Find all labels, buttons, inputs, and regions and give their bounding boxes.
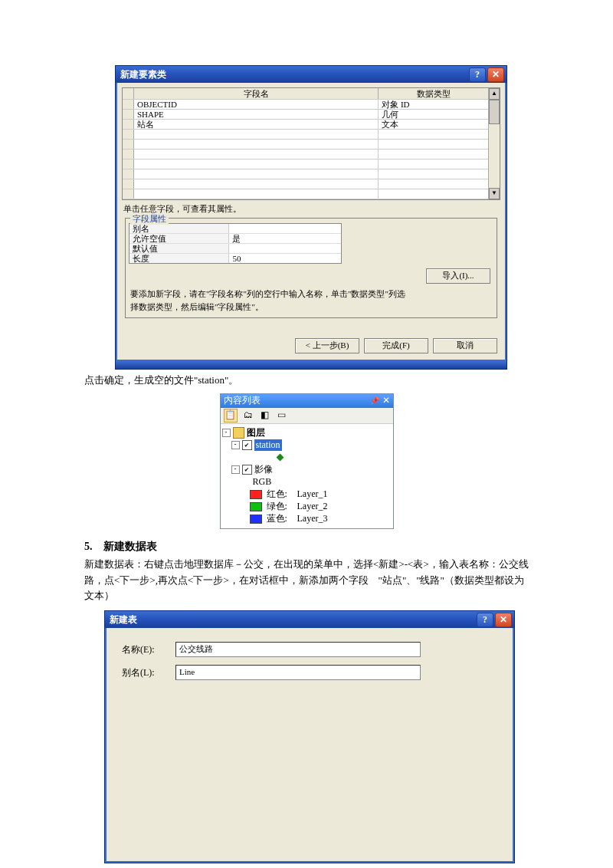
toc-panel: 内容列表 📌 ✕ 📋 🗂 ◧ ▭ - 图层 - ✔ station — [220, 393, 394, 529]
new-table-dialog: 新建表 ? ✕ 名称(E): 公交线路 别名(L): Line — [104, 610, 515, 863]
group-legend: 字段属性 — [130, 213, 169, 225]
table-row[interactable]: OBJECTID对象 ID — [123, 100, 489, 110]
section-5-heading: 5. 新建数据表 — [84, 540, 529, 554]
green-color-icon — [250, 502, 262, 511]
table-row[interactable] — [123, 159, 489, 169]
row-click-hint: 单击任意字段，可查看其属性。 — [123, 203, 500, 215]
layers-icon[interactable]: ◧ — [259, 409, 271, 422]
grid-col-datatype: 数据类型 — [379, 88, 489, 99]
new-feature-class-dialog: 新建要素类 ? ✕ ▲ ▼ 字段名 数据类型 OBJECTID对象 ID SHA… — [115, 65, 507, 370]
layers-root-label[interactable]: 图层 — [247, 426, 265, 439]
table-row[interactable] — [123, 140, 489, 150]
pin-icon[interactable]: 📌 — [370, 396, 379, 405]
image-layer-label[interactable]: 影像 — [254, 463, 273, 476]
red-color-icon — [250, 490, 262, 499]
table-row[interactable]: SHAPE几何 — [123, 110, 489, 120]
alias-label: 别名(L): — [122, 666, 175, 679]
scroll-up-icon[interactable]: ▲ — [489, 88, 500, 100]
section-5-body: 新建数据表：右键点击地理数据库－公交，在出现的菜单中，选择<新建>-<表>，输入… — [84, 557, 529, 604]
scroll-thumb[interactable] — [489, 100, 500, 124]
instruction-line2: 择数据类型，然后编辑"字段属性"。 — [130, 301, 493, 313]
options-icon[interactable]: ▭ — [276, 409, 288, 422]
toc-tree: - 图层 - ✔ station - ✔ 影像 RGB 红色:Layer_1 绿… — [221, 424, 393, 528]
alias-input[interactable]: Line — [175, 665, 421, 680]
prose-after-dialog1: 点击确定，生成空的文件"station"。 — [84, 373, 529, 389]
toc-title: 内容列表 — [224, 394, 261, 407]
toc-toolbar: 📋 🗂 ◧ ▭ — [221, 408, 393, 424]
collapse-icon[interactable]: - — [231, 441, 240, 449]
blue-color-icon — [250, 515, 262, 524]
table-row[interactable] — [123, 179, 489, 189]
field-properties-group: 字段属性 别名 允许空值是 默认值 长度50 导入(I)... 要添加新字段，请… — [125, 218, 497, 318]
table-row[interactable]: 站名文本 — [123, 120, 489, 130]
dialog2-titlebar[interactable]: 新建表 ? ✕ — [105, 611, 514, 628]
image-checkbox[interactable]: ✔ — [242, 465, 252, 475]
layers-root-icon — [233, 427, 244, 439]
table-row[interactable] — [123, 169, 489, 179]
close-icon[interactable]: ✕ — [382, 395, 390, 406]
scroll-down-icon[interactable]: ▼ — [489, 188, 500, 199]
toc-titlebar[interactable]: 内容列表 📌 ✕ — [221, 394, 393, 408]
collapse-icon[interactable]: - — [231, 465, 240, 474]
instruction-line1: 要添加新字段，请在"字段名称"列的空行中输入名称，单击"数据类型"列选 — [130, 288, 493, 300]
collapse-icon[interactable]: - — [222, 429, 231, 437]
table-row[interactable] — [123, 189, 489, 199]
fields-grid[interactable]: ▲ ▼ 字段名 数据类型 OBJECTID对象 ID SHAPE几何 站名文本 — [122, 87, 500, 200]
cancel-button[interactable]: 取消 — [433, 338, 497, 353]
import-button[interactable]: 导入(I)... — [426, 268, 490, 284]
list-by-drawing-icon[interactable]: 📋 — [224, 409, 238, 422]
close-icon[interactable]: ✕ — [495, 613, 512, 627]
grid-col-fieldname: 字段名 — [134, 88, 379, 99]
grid-scrollbar[interactable]: ▲ ▼ — [488, 88, 500, 199]
station-checkbox[interactable]: ✔ — [242, 440, 252, 450]
station-symbol-icon[interactable] — [276, 454, 284, 462]
close-icon[interactable]: ✕ — [487, 67, 504, 82]
help-icon[interactable]: ? — [469, 67, 486, 82]
finish-button[interactable]: 完成(F) — [364, 338, 428, 353]
properties-table[interactable]: 别名 允许空值是 默认值 长度50 — [129, 223, 342, 264]
table-row[interactable] — [123, 150, 489, 159]
dialog1-titlebar[interactable]: 新建要素类 ? ✕ — [116, 66, 506, 83]
station-layer-label[interactable]: station — [254, 439, 282, 451]
dialog1-title: 新建要素类 — [120, 68, 166, 81]
database-icon[interactable]: 🗂 — [242, 409, 254, 422]
name-label: 名称(E): — [122, 643, 175, 656]
dialog2-title: 新建表 — [110, 613, 137, 626]
rgb-label: RGB — [253, 476, 272, 488]
back-button[interactable]: < 上一步(B) — [295, 338, 359, 353]
table-row[interactable] — [123, 130, 489, 140]
help-icon[interactable]: ? — [477, 613, 493, 627]
name-input[interactable]: 公交线路 — [175, 642, 421, 657]
